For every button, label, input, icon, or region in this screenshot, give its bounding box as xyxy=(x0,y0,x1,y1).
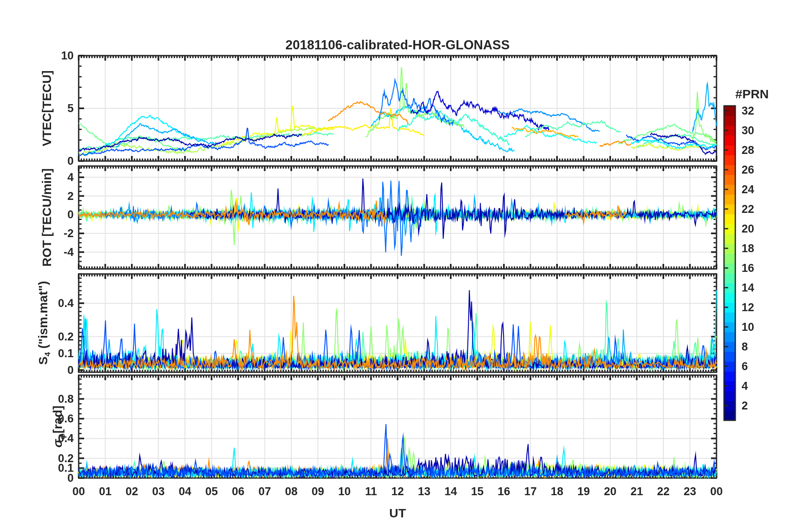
x-tick-label: 18 xyxy=(542,484,572,499)
chart-canvas xyxy=(0,0,796,532)
x-tick-label: 08 xyxy=(277,484,306,499)
figure: 20181106-calibrated-HOR-GLONASS VTEC[TEC… xyxy=(0,0,796,532)
x-tick-label: 07 xyxy=(250,484,280,499)
x-tick-label: 04 xyxy=(170,484,200,499)
y-tick-label: -4 xyxy=(11,246,74,259)
x-tick-label: 22 xyxy=(649,484,678,499)
colorbar-tick-label: 28 xyxy=(742,143,775,157)
y-tick-label: 0 xyxy=(11,154,74,168)
x-tick-label: 13 xyxy=(410,484,439,499)
y-tick-label: 0.8 xyxy=(11,392,74,406)
y-tick-label: 0.2 xyxy=(11,452,74,465)
y-tick-label: 10 xyxy=(11,49,74,62)
y-tick-label: 0.1 xyxy=(11,347,74,360)
y-tick-label: 0.4 xyxy=(11,432,74,445)
colorbar-tick-label: 4 xyxy=(742,379,775,393)
x-tick-label: 12 xyxy=(383,484,412,499)
x-tick-label: 00 xyxy=(64,484,93,499)
x-tick-label: 19 xyxy=(569,484,598,499)
colorbar-tick-label: 22 xyxy=(742,202,775,216)
colorbar-tick-label: 30 xyxy=(742,124,775,137)
x-axis-label: UT xyxy=(79,506,716,520)
y-tick-label: 4 xyxy=(11,171,74,184)
x-tick-label: 20 xyxy=(596,484,625,499)
x-tick-label: 00 xyxy=(702,484,731,499)
y-tick-label: 0.2 xyxy=(11,330,74,343)
y-tick-label: 2 xyxy=(11,189,74,203)
x-tick-label: 06 xyxy=(223,484,253,499)
x-tick-label: 05 xyxy=(197,484,226,499)
chart-title: 20181106-calibrated-HOR-GLONASS xyxy=(79,38,716,53)
y-tick-label: 0.6 xyxy=(11,412,74,425)
x-tick-label: 16 xyxy=(489,484,519,499)
x-tick-label: 03 xyxy=(144,484,173,499)
colorbar-tick-label: 16 xyxy=(742,261,775,275)
x-tick-label: 09 xyxy=(303,484,333,499)
y-tick-label: 0 xyxy=(11,208,74,221)
colorbar-tick-label: 14 xyxy=(742,281,775,294)
colorbar-tick-label: 24 xyxy=(742,183,775,196)
colorbar-tick-label: 10 xyxy=(742,320,775,334)
x-tick-label: 23 xyxy=(675,484,705,499)
y-tick-label: 0 xyxy=(11,363,74,377)
x-tick-label: 10 xyxy=(330,484,359,499)
colorbar-tick-label: 2 xyxy=(742,399,775,412)
colorbar-tick-label: 8 xyxy=(742,340,775,353)
y-tick-label: 0.4 xyxy=(11,297,74,310)
x-tick-label: 17 xyxy=(516,484,545,499)
colorbar-tick-label: 26 xyxy=(742,163,775,176)
x-tick-label: 01 xyxy=(91,484,120,499)
x-tick-label: 11 xyxy=(357,484,386,499)
x-tick-label: 15 xyxy=(463,484,492,499)
colorbar-title: #PRN xyxy=(716,87,788,101)
x-tick-label: 02 xyxy=(117,484,146,499)
colorbar-tick-label: 18 xyxy=(742,242,775,255)
x-tick-label: 14 xyxy=(436,484,465,499)
colorbar-tick-label: 6 xyxy=(742,360,775,373)
colorbar-tick-label: 12 xyxy=(742,301,775,314)
y-tick-label: 5 xyxy=(11,102,74,115)
y-tick-label: -2 xyxy=(11,227,74,240)
x-tick-label: 21 xyxy=(622,484,652,499)
colorbar-tick-label: 32 xyxy=(742,104,775,118)
colorbar-tick-label: 20 xyxy=(742,222,775,235)
